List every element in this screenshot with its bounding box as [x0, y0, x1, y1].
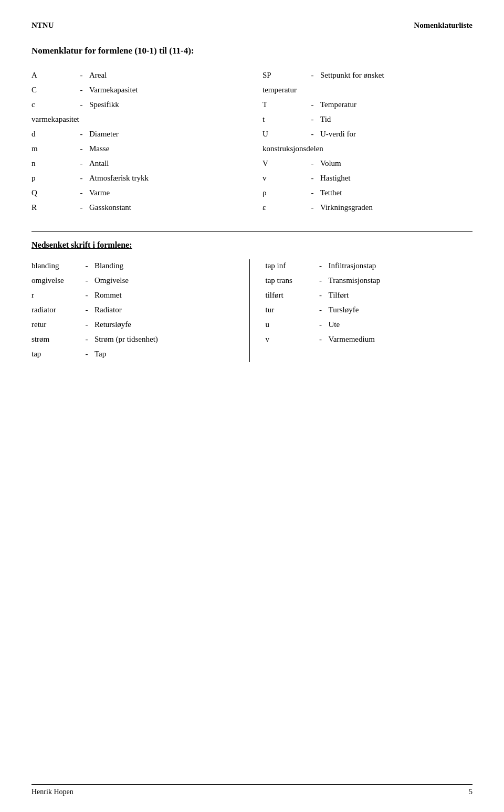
nomenclature-grid: A - Areal C - Varmekapasitet c - Spesifi… [32, 69, 472, 216]
sub-value: Omgivelse [94, 274, 239, 287]
sub-value: Ute [329, 318, 473, 331]
nom-key: C [32, 83, 74, 96]
sub-row-blanding: blanding - Blanding [32, 259, 239, 272]
nom-key: t [262, 113, 304, 125]
nom-dash: - [74, 201, 89, 214]
nom-row-v: v - Hastighet [262, 172, 472, 184]
nom-dash: - [304, 98, 320, 111]
sub-row-u: u - Ute [266, 318, 473, 331]
nom-dash: - [304, 157, 320, 170]
sub-dash: - [313, 303, 329, 316]
nom-key: konstruksjonsdelen [262, 142, 323, 155]
nom-key: A [32, 69, 74, 81]
nom-dash: - [304, 128, 320, 140]
nom-key: n [32, 157, 74, 170]
sub-key: tap inf [266, 259, 313, 272]
nom-value: Hastighet [320, 172, 472, 184]
nom-row-varmekapasitet: varmekapasitet [32, 113, 242, 125]
sub-dash: - [313, 259, 329, 272]
nom-key: SP [262, 69, 304, 81]
nom-dash: - [74, 69, 89, 81]
nom-row-m: m - Masse [32, 142, 242, 155]
sub-dash: - [79, 259, 94, 272]
sub-key: tur [266, 303, 313, 316]
nom-key: Q [32, 186, 74, 199]
sub-key: v [266, 333, 313, 345]
nom-value: Masse [89, 142, 242, 155]
nom-value: Antall [89, 157, 242, 170]
nom-row-rho: ρ - Tetthet [262, 186, 472, 199]
nom-dash: - [74, 83, 89, 96]
nom-value: U-verdi for [320, 128, 472, 140]
nom-row-epsilon: ε - Virkningsgraden [262, 201, 472, 214]
nom-dash: - [74, 128, 89, 140]
sub-row-tap-inf: tap inf - Infiltrasjonstap [266, 259, 473, 272]
sub-dash: - [79, 289, 94, 301]
sub-value: Infiltrasjonstap [329, 259, 473, 272]
sub-dash: - [313, 318, 329, 331]
nom-row-t: t - Tid [262, 113, 472, 125]
sub-key: blanding [32, 259, 79, 272]
header: NTNU Nomenklaturliste [32, 21, 472, 30]
sub-key: r [32, 289, 79, 301]
subscript-left-col: blanding - Blanding omgivelse - Omgivels… [32, 259, 250, 362]
nom-value: Temperatur [320, 98, 472, 111]
nom-row-C: C - Varmekapasitet [32, 83, 242, 96]
nom-key: V [262, 157, 304, 170]
nom-row-SP: SP - Settpunkt for ønsket [262, 69, 472, 81]
sub-dash: - [79, 347, 94, 360]
sub-value: Rommet [94, 289, 239, 301]
subscript-wrapper: blanding - Blanding omgivelse - Omgivels… [32, 259, 472, 362]
nom-row-V: V - Volum [262, 157, 472, 170]
sub-row-retur: retur - Retursløyfe [32, 318, 239, 331]
nom-key: T [262, 98, 304, 111]
sub-value: Retursløyfe [94, 318, 239, 331]
sub-value: Varmemedium [329, 333, 473, 345]
nom-row-temperatur: temperatur [262, 83, 472, 96]
sub-value: Transmisjonstap [329, 274, 473, 287]
sub-dash: - [79, 303, 94, 316]
nom-value: Diameter [89, 128, 242, 140]
sub-row-tilforts: tilført - Tilført [266, 289, 473, 301]
footer: Henrik Hopen 5 [32, 784, 472, 796]
nom-row-U: U - U-verdi for [262, 128, 472, 140]
nom-key: d [32, 128, 74, 140]
nom-row-T: T - Temperatur [262, 98, 472, 111]
sub-row-v-varme: v - Varmemedium [266, 333, 473, 345]
header-title: Nomenklaturliste [414, 21, 472, 30]
sub-key: tap trans [266, 274, 313, 287]
nom-row-d: d - Diameter [32, 128, 242, 140]
sub-row-r: r - Rommet [32, 289, 239, 301]
sub-row-radiator: radiator - Radiator [32, 303, 239, 316]
nom-dash: - [304, 186, 320, 199]
nom-row-Q: Q - Varme [32, 186, 242, 199]
nom-value: Atmosfærisk trykk [89, 172, 242, 184]
nom-row-R: R - Gasskonstant [32, 201, 242, 214]
sub-key: retur [32, 318, 79, 331]
subscript-right-col: tap inf - Infiltrasjonstap tap trans - T… [250, 259, 473, 362]
nom-dash: - [74, 172, 89, 184]
nom-value: Varme [89, 186, 242, 199]
sub-value: Blanding [94, 259, 239, 272]
sub-row-omgivelse: omgivelse - Omgivelse [32, 274, 239, 287]
sub-value: Tursløyfe [329, 303, 473, 316]
nom-key: R [32, 201, 74, 214]
sub-dash: - [313, 333, 329, 345]
nom-key: v [262, 172, 304, 184]
nom-key: U [262, 128, 304, 140]
nom-row-p: p - Atmosfærisk trykk [32, 172, 242, 184]
section-divider [32, 231, 472, 232]
nom-key: c [32, 98, 74, 111]
nom-key: varmekapasitet [32, 113, 79, 125]
sub-key: tilført [266, 289, 313, 301]
nom-value: Varmekapasitet [89, 83, 242, 96]
nom-value: Gasskonstant [89, 201, 242, 214]
nom-key: ρ [262, 186, 304, 199]
sub-value: Radiator [94, 303, 239, 316]
sub-dash: - [79, 274, 94, 287]
footer-page-number: 5 [469, 788, 472, 796]
nom-row-konstruksjonsdelen: konstruksjonsdelen [262, 142, 472, 155]
nom-dash: - [74, 186, 89, 199]
footer-author: Henrik Hopen [32, 788, 74, 796]
nom-value: Areal [89, 69, 242, 81]
